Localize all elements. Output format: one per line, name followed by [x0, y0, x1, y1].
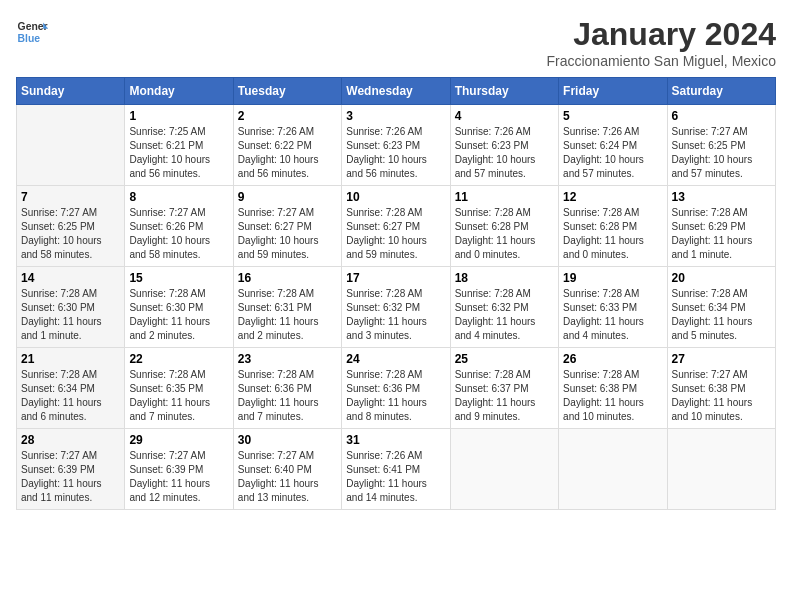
calendar-body: 1Sunrise: 7:25 AM Sunset: 6:21 PM Daylig…	[17, 105, 776, 510]
day-detail: Sunrise: 7:26 AM Sunset: 6:22 PM Dayligh…	[238, 125, 337, 181]
day-number: 10	[346, 190, 445, 204]
calendar-cell: 29Sunrise: 7:27 AM Sunset: 6:39 PM Dayli…	[125, 429, 233, 510]
col-header-monday: Monday	[125, 78, 233, 105]
day-detail: Sunrise: 7:28 AM Sunset: 6:33 PM Dayligh…	[563, 287, 662, 343]
col-header-tuesday: Tuesday	[233, 78, 341, 105]
calendar-week-row: 14Sunrise: 7:28 AM Sunset: 6:30 PM Dayli…	[17, 267, 776, 348]
col-header-thursday: Thursday	[450, 78, 558, 105]
day-number: 6	[672, 109, 771, 123]
calendar-cell: 20Sunrise: 7:28 AM Sunset: 6:34 PM Dayli…	[667, 267, 775, 348]
day-detail: Sunrise: 7:28 AM Sunset: 6:30 PM Dayligh…	[21, 287, 120, 343]
calendar-week-row: 21Sunrise: 7:28 AM Sunset: 6:34 PM Dayli…	[17, 348, 776, 429]
page-title: January 2024	[546, 16, 776, 53]
calendar-cell: 13Sunrise: 7:28 AM Sunset: 6:29 PM Dayli…	[667, 186, 775, 267]
day-number: 9	[238, 190, 337, 204]
day-detail: Sunrise: 7:27 AM Sunset: 6:26 PM Dayligh…	[129, 206, 228, 262]
day-detail: Sunrise: 7:27 AM Sunset: 6:25 PM Dayligh…	[21, 206, 120, 262]
calendar-week-row: 1Sunrise: 7:25 AM Sunset: 6:21 PM Daylig…	[17, 105, 776, 186]
calendar-cell: 27Sunrise: 7:27 AM Sunset: 6:38 PM Dayli…	[667, 348, 775, 429]
day-detail: Sunrise: 7:27 AM Sunset: 6:38 PM Dayligh…	[672, 368, 771, 424]
day-detail: Sunrise: 7:28 AM Sunset: 6:34 PM Dayligh…	[672, 287, 771, 343]
day-detail: Sunrise: 7:28 AM Sunset: 6:28 PM Dayligh…	[455, 206, 554, 262]
logo-icon: General Blue	[16, 16, 48, 48]
title-area: January 2024 Fraccionamiento San Miguel,…	[546, 16, 776, 69]
calendar-cell: 16Sunrise: 7:28 AM Sunset: 6:31 PM Dayli…	[233, 267, 341, 348]
calendar-cell: 4Sunrise: 7:26 AM Sunset: 6:23 PM Daylig…	[450, 105, 558, 186]
day-number: 2	[238, 109, 337, 123]
day-detail: Sunrise: 7:26 AM Sunset: 6:41 PM Dayligh…	[346, 449, 445, 505]
day-number: 11	[455, 190, 554, 204]
day-number: 22	[129, 352, 228, 366]
day-detail: Sunrise: 7:25 AM Sunset: 6:21 PM Dayligh…	[129, 125, 228, 181]
day-detail: Sunrise: 7:28 AM Sunset: 6:32 PM Dayligh…	[455, 287, 554, 343]
day-number: 17	[346, 271, 445, 285]
day-detail: Sunrise: 7:27 AM Sunset: 6:40 PM Dayligh…	[238, 449, 337, 505]
day-number: 24	[346, 352, 445, 366]
header: General Blue January 2024 Fraccionamient…	[16, 16, 776, 69]
day-detail: Sunrise: 7:27 AM Sunset: 6:39 PM Dayligh…	[129, 449, 228, 505]
day-detail: Sunrise: 7:28 AM Sunset: 6:31 PM Dayligh…	[238, 287, 337, 343]
calendar-cell: 21Sunrise: 7:28 AM Sunset: 6:34 PM Dayli…	[17, 348, 125, 429]
day-detail: Sunrise: 7:28 AM Sunset: 6:34 PM Dayligh…	[21, 368, 120, 424]
calendar-cell: 31Sunrise: 7:26 AM Sunset: 6:41 PM Dayli…	[342, 429, 450, 510]
calendar-cell: 14Sunrise: 7:28 AM Sunset: 6:30 PM Dayli…	[17, 267, 125, 348]
calendar-cell	[450, 429, 558, 510]
day-detail: Sunrise: 7:26 AM Sunset: 6:24 PM Dayligh…	[563, 125, 662, 181]
days-of-week-row: SundayMondayTuesdayWednesdayThursdayFrid…	[17, 78, 776, 105]
day-number: 23	[238, 352, 337, 366]
calendar-cell: 8Sunrise: 7:27 AM Sunset: 6:26 PM Daylig…	[125, 186, 233, 267]
calendar-cell: 25Sunrise: 7:28 AM Sunset: 6:37 PM Dayli…	[450, 348, 558, 429]
calendar-cell: 6Sunrise: 7:27 AM Sunset: 6:25 PM Daylig…	[667, 105, 775, 186]
calendar-cell	[667, 429, 775, 510]
day-number: 1	[129, 109, 228, 123]
calendar-cell: 17Sunrise: 7:28 AM Sunset: 6:32 PM Dayli…	[342, 267, 450, 348]
day-number: 7	[21, 190, 120, 204]
day-number: 12	[563, 190, 662, 204]
day-detail: Sunrise: 7:28 AM Sunset: 6:37 PM Dayligh…	[455, 368, 554, 424]
day-detail: Sunrise: 7:28 AM Sunset: 6:38 PM Dayligh…	[563, 368, 662, 424]
day-number: 29	[129, 433, 228, 447]
day-number: 5	[563, 109, 662, 123]
calendar-cell: 10Sunrise: 7:28 AM Sunset: 6:27 PM Dayli…	[342, 186, 450, 267]
col-header-sunday: Sunday	[17, 78, 125, 105]
day-detail: Sunrise: 7:26 AM Sunset: 6:23 PM Dayligh…	[455, 125, 554, 181]
day-detail: Sunrise: 7:28 AM Sunset: 6:27 PM Dayligh…	[346, 206, 445, 262]
col-header-wednesday: Wednesday	[342, 78, 450, 105]
day-number: 15	[129, 271, 228, 285]
calendar-week-row: 28Sunrise: 7:27 AM Sunset: 6:39 PM Dayli…	[17, 429, 776, 510]
day-number: 28	[21, 433, 120, 447]
calendar-cell: 15Sunrise: 7:28 AM Sunset: 6:30 PM Dayli…	[125, 267, 233, 348]
day-number: 8	[129, 190, 228, 204]
day-detail: Sunrise: 7:28 AM Sunset: 6:30 PM Dayligh…	[129, 287, 228, 343]
day-number: 21	[21, 352, 120, 366]
day-detail: Sunrise: 7:28 AM Sunset: 6:29 PM Dayligh…	[672, 206, 771, 262]
calendar-cell: 12Sunrise: 7:28 AM Sunset: 6:28 PM Dayli…	[559, 186, 667, 267]
calendar-cell: 18Sunrise: 7:28 AM Sunset: 6:32 PM Dayli…	[450, 267, 558, 348]
col-header-friday: Friday	[559, 78, 667, 105]
calendar-cell: 5Sunrise: 7:26 AM Sunset: 6:24 PM Daylig…	[559, 105, 667, 186]
calendar-cell	[17, 105, 125, 186]
day-number: 3	[346, 109, 445, 123]
calendar-cell: 28Sunrise: 7:27 AM Sunset: 6:39 PM Dayli…	[17, 429, 125, 510]
calendar-cell: 24Sunrise: 7:28 AM Sunset: 6:36 PM Dayli…	[342, 348, 450, 429]
day-detail: Sunrise: 7:28 AM Sunset: 6:36 PM Dayligh…	[346, 368, 445, 424]
calendar-cell: 26Sunrise: 7:28 AM Sunset: 6:38 PM Dayli…	[559, 348, 667, 429]
day-number: 30	[238, 433, 337, 447]
day-detail: Sunrise: 7:28 AM Sunset: 6:36 PM Dayligh…	[238, 368, 337, 424]
day-number: 25	[455, 352, 554, 366]
day-number: 20	[672, 271, 771, 285]
calendar-cell: 23Sunrise: 7:28 AM Sunset: 6:36 PM Dayli…	[233, 348, 341, 429]
day-number: 18	[455, 271, 554, 285]
page-subtitle: Fraccionamiento San Miguel, Mexico	[546, 53, 776, 69]
day-number: 16	[238, 271, 337, 285]
day-number: 26	[563, 352, 662, 366]
calendar-cell: 19Sunrise: 7:28 AM Sunset: 6:33 PM Dayli…	[559, 267, 667, 348]
day-number: 19	[563, 271, 662, 285]
day-number: 14	[21, 271, 120, 285]
calendar-cell: 7Sunrise: 7:27 AM Sunset: 6:25 PM Daylig…	[17, 186, 125, 267]
day-number: 27	[672, 352, 771, 366]
day-detail: Sunrise: 7:27 AM Sunset: 6:27 PM Dayligh…	[238, 206, 337, 262]
calendar-cell: 30Sunrise: 7:27 AM Sunset: 6:40 PM Dayli…	[233, 429, 341, 510]
day-detail: Sunrise: 7:26 AM Sunset: 6:23 PM Dayligh…	[346, 125, 445, 181]
calendar-header: SundayMondayTuesdayWednesdayThursdayFrid…	[17, 78, 776, 105]
